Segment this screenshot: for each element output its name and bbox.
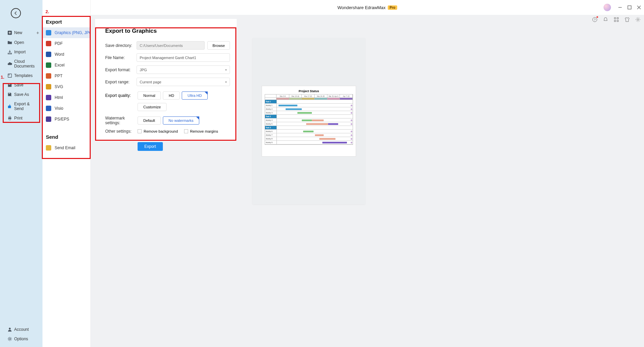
file-format-icon [46,106,51,111]
tshirt-icon[interactable] [624,17,630,22]
export-item[interactable]: Html [42,92,90,103]
export-item-label: SVG [55,84,63,89]
gear-icon [7,337,12,341]
export-item[interactable]: PDF [42,38,90,49]
file-format-icon [46,116,51,122]
gantt-task-row: Activity 7 [265,133,353,137]
svg-text:?: ? [594,18,595,21]
sidebar-item-templates[interactable]: Templates [0,71,42,80]
sidebar-item-label: Cloud Documents [14,59,39,69]
label-range: Export range: [105,80,137,84]
plus-icon[interactable]: + [36,30,39,35]
check-corner-icon [204,91,208,95]
sidebar-item-options[interactable]: Options [0,334,42,344]
minimize-button[interactable] [618,5,622,10]
titlebar: Wondershare EdrawMax Pro [91,0,644,15]
chevron-down-icon: ▾ [225,68,227,72]
gantt-task-row: Activity 8 [265,137,353,141]
maximize-button[interactable] [627,5,632,10]
primary-sidebar: New + Open Import Cloud Documents Templa… [0,0,42,347]
file-name-input[interactable] [137,53,230,62]
svg-rect-16 [614,20,616,22]
svg-rect-17 [617,20,618,22]
template-icon [7,73,12,78]
preview-card: Project Status Mar 3-9Mar 10-16Mar 17-23… [253,38,365,204]
sidebar-item-label: Save [14,83,23,87]
export-item-label: Graphics (PNG, JPG e... [55,30,90,35]
file-format-icon [46,62,51,68]
check-corner-icon [196,116,199,120]
grid-icon[interactable] [614,17,619,22]
sidebar-item-new[interactable]: New + [0,28,42,38]
export-item-label: PPT [55,74,62,78]
export-item[interactable]: PPT [42,71,90,81]
range-select[interactable]: Current page▾ [137,78,230,86]
sidebar-item-account[interactable]: Account [0,325,42,334]
export-item[interactable]: Word [42,49,90,60]
sidebar-item-save-as[interactable]: Save As [0,90,42,99]
svg-point-18 [637,19,639,21]
save-dir-input[interactable] [137,41,205,50]
sidebar-item-label: Import [14,50,26,54]
label-watermark: Watermark settings: [105,116,138,125]
sidebar-item-label: Print [14,116,23,121]
help-icon[interactable]: ? [592,17,597,22]
avatar[interactable] [604,4,611,11]
watermark-none[interactable]: No watermarks [163,116,199,125]
settings-icon[interactable] [635,17,641,22]
sidebar-item-label: Save As [14,92,29,97]
bell-icon[interactable] [603,17,608,22]
label-file-name: File Name: [105,55,137,60]
export-item[interactable]: Excel [42,60,90,71]
send-heading: Send [42,134,90,140]
svg-rect-1 [8,74,12,78]
gantt-section-row: Task 1 [265,100,353,104]
gantt-task-row: Activity 5 [265,122,353,126]
svg-rect-15 [617,18,618,19]
account-icon [7,327,12,332]
label-other: Other settings: [105,129,138,134]
gantt-task-row: Activity 4 [265,118,353,122]
export-item[interactable]: PS/EPS [42,114,90,125]
file-format-icon [46,41,51,46]
import-icon [7,50,12,54]
sidebar-item-print[interactable]: Print [0,113,42,123]
send-item[interactable]: Send Email [42,142,90,153]
quality-customize[interactable]: Customize [138,103,167,111]
export-item-label: Word [55,52,64,57]
export-item-label: Visio [55,106,63,111]
export-icon [7,104,12,109]
watermark-default[interactable]: Default [138,116,161,125]
label-format: Export format: [105,68,137,72]
quality-hd[interactable]: HD [163,91,180,100]
sidebar-item-import[interactable]: Import [0,47,42,57]
browse-button[interactable]: Browse [207,41,230,50]
folder-icon [7,40,12,45]
file-format-icon [46,84,51,89]
sidebar-item-save[interactable]: Save [0,80,42,90]
label-quality: Export quality: [105,93,138,98]
export-column: 2. Export Graphics (PNG, JPG e...PDFWord… [42,0,91,347]
back-button[interactable] [11,8,21,18]
svg-rect-7 [9,116,10,118]
export-item[interactable]: SVG [42,81,90,92]
export-heading: Export [42,19,90,25]
file-format-icon [46,73,51,79]
sidebar-item-label: Export & Send [14,102,39,111]
export-button[interactable]: Export [138,142,163,151]
quality-normal[interactable]: Normal [138,91,161,100]
checkbox-icon [138,129,142,133]
sidebar-item-label: New [14,30,22,35]
cloud-icon [7,61,12,66]
quality-ultra-hd[interactable]: Ultra HD [182,91,207,100]
close-button[interactable] [637,5,641,10]
checkbox-remove-margins[interactable]: Remove margins [184,129,218,133]
format-select[interactable]: JPG▾ [137,65,230,74]
checkbox-remove-bg[interactable]: Remove background [138,129,178,133]
sidebar-item-open[interactable]: Open [0,38,42,47]
sidebar-item-export-send[interactable]: Export & Send [0,99,42,113]
mail-icon [46,145,51,151]
export-item[interactable]: Graphics (PNG, JPG e... [42,27,90,38]
export-item[interactable]: Visio [42,103,90,114]
sidebar-item-cloud[interactable]: Cloud Documents [0,57,42,71]
